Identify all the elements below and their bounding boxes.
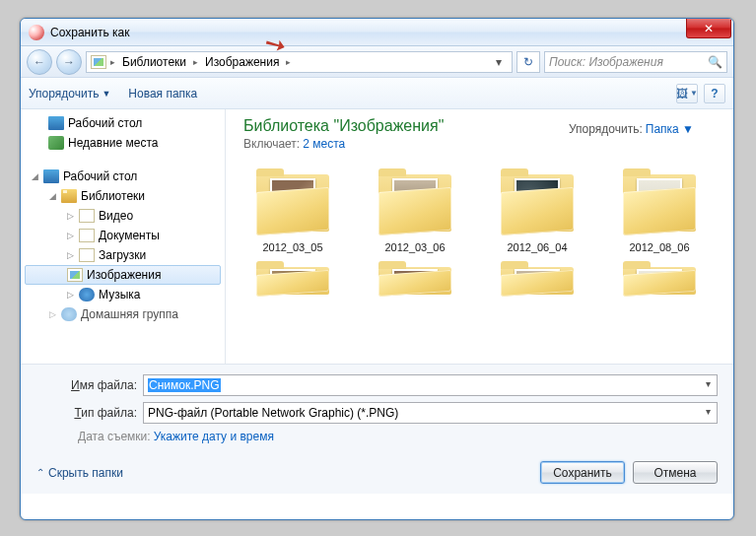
search-placeholder: Поиск: Изображения bbox=[549, 55, 663, 69]
arrange-dropdown[interactable]: Папка ▼ bbox=[646, 122, 694, 136]
date-taken-link[interactable]: Укажите дату и время bbox=[154, 430, 274, 443]
save-button[interactable]: Сохранить bbox=[540, 461, 625, 484]
folder-item[interactable]: 2012_06_04 bbox=[488, 168, 586, 253]
sidebar-item-video[interactable]: ▷Видео bbox=[21, 206, 225, 226]
chevron-up-icon: ⌃ bbox=[36, 467, 44, 478]
view-icon: 🖼 bbox=[676, 87, 688, 100]
title-bar[interactable]: Сохранить как ✕ bbox=[21, 19, 733, 46]
breadcrumb-segment[interactable]: Изображения bbox=[202, 55, 282, 69]
dialog-footer: ⌃ Скрыть папки Сохранить Отмена bbox=[21, 451, 733, 494]
toolbar: Упорядочить ▼ Новая папка 🖼▼ ? bbox=[21, 78, 733, 109]
folder-item[interactable] bbox=[610, 261, 709, 304]
collapse-icon[interactable]: ◢ bbox=[48, 191, 57, 201]
address-bar[interactable]: ▸ Библиотеки ▸ Изображения ▸ ▾ bbox=[86, 51, 513, 73]
sidebar: Рабочий стол Недавние места ◢Рабочий сто… bbox=[21, 109, 226, 364]
back-button[interactable]: ← bbox=[27, 49, 52, 75]
folder-item[interactable] bbox=[366, 261, 464, 304]
desktop-icon bbox=[48, 116, 64, 130]
expand-icon[interactable]: ▷ bbox=[48, 309, 57, 319]
sidebar-item-documents[interactable]: ▷Документы bbox=[21, 226, 225, 245]
location-icon bbox=[91, 55, 106, 69]
refresh-button[interactable]: ↻ bbox=[516, 51, 540, 73]
folder-content[interactable]: Библиотека "Изображения" Включает: 2 мес… bbox=[226, 109, 733, 364]
save-as-dialog: Сохранить как ✕ ← → ▸ Библиотеки ▸ Изобр… bbox=[20, 18, 734, 520]
filename-label: Имя файла: bbox=[36, 378, 143, 392]
recent-icon bbox=[48, 136, 64, 150]
new-folder-button[interactable]: Новая папка bbox=[128, 87, 197, 100]
close-icon: ✕ bbox=[704, 22, 714, 35]
chevron-down-icon: ▼ bbox=[102, 89, 110, 99]
hide-folders-toggle[interactable]: ⌃ Скрыть папки bbox=[36, 466, 123, 480]
desktop-icon bbox=[43, 169, 59, 183]
folder-item[interactable] bbox=[488, 261, 586, 304]
help-icon: ? bbox=[711, 87, 718, 100]
nav-bar: ← → ▸ Библиотеки ▸ Изображения ▸ ▾ ↻ Пои… bbox=[21, 46, 733, 78]
back-icon: ← bbox=[34, 55, 45, 69]
sidebar-item-desktop-root[interactable]: ◢Рабочий стол bbox=[21, 167, 225, 186]
music-icon bbox=[79, 288, 95, 302]
sidebar-item-pictures[interactable]: Изображения bbox=[25, 265, 221, 285]
video-icon bbox=[79, 209, 95, 223]
filetype-label: Тип файла: bbox=[36, 406, 143, 420]
library-subtitle: Включает: 2 места bbox=[243, 137, 716, 151]
library-icon bbox=[61, 189, 77, 203]
sidebar-item-recent[interactable]: Недавние места bbox=[21, 133, 225, 153]
search-input[interactable]: Поиск: Изображения 🔍 bbox=[544, 51, 727, 73]
sidebar-item-music[interactable]: ▷Музыка bbox=[21, 285, 225, 304]
metadata-line: Дата съемки: Укажите дату и время bbox=[78, 430, 718, 443]
organize-menu[interactable]: Упорядочить ▼ bbox=[29, 87, 110, 100]
folder-item[interactable]: 2012_08_06 bbox=[610, 168, 709, 253]
view-mode-button[interactable]: 🖼▼ bbox=[676, 84, 698, 103]
pictures-icon bbox=[67, 268, 83, 282]
forward-icon: → bbox=[63, 55, 75, 69]
chevron-right-icon: ▸ bbox=[108, 57, 117, 67]
search-icon: 🔍 bbox=[708, 55, 722, 69]
chevron-right-icon[interactable]: ▸ bbox=[284, 57, 293, 67]
download-icon bbox=[79, 248, 95, 262]
sidebar-item-desktop[interactable]: Рабочий стол bbox=[21, 113, 225, 133]
arrange-by: Упорядочить: Папка ▼ bbox=[569, 122, 694, 136]
includes-link[interactable]: 2 места bbox=[303, 137, 345, 151]
sidebar-item-libraries[interactable]: ◢Библиотеки bbox=[21, 186, 225, 206]
filetype-select[interactable]: PNG-файл (Portable Network Graphic) (*.P… bbox=[143, 402, 718, 424]
chevron-right-icon[interactable]: ▸ bbox=[191, 57, 200, 67]
address-dropdown[interactable]: ▾ bbox=[490, 55, 508, 69]
expand-icon[interactable]: ▷ bbox=[66, 250, 75, 260]
homegroup-icon bbox=[61, 307, 77, 321]
app-icon bbox=[29, 25, 44, 40]
refresh-icon: ↻ bbox=[523, 55, 533, 69]
window-title: Сохранить как bbox=[50, 26, 129, 39]
breadcrumb-segment[interactable]: Библиотеки bbox=[119, 55, 189, 69]
sidebar-item-homegroup[interactable]: ▷Домашняя группа bbox=[21, 304, 225, 324]
document-icon bbox=[79, 229, 95, 242]
folder-item[interactable]: 2012_03_05 bbox=[243, 168, 342, 253]
forward-button[interactable]: → bbox=[56, 49, 82, 75]
folder-item[interactable]: 2012_03_06 bbox=[366, 168, 464, 253]
filename-input[interactable]: Снимок.PNG bbox=[143, 374, 718, 396]
cancel-button[interactable]: Отмена bbox=[633, 461, 718, 484]
help-button[interactable]: ? bbox=[704, 84, 725, 103]
file-fields: Имя файла: Снимок.PNG Тип файла: PNG-фай… bbox=[21, 364, 733, 451]
folder-item[interactable] bbox=[243, 261, 342, 304]
sidebar-item-downloads[interactable]: ▷Загрузки bbox=[21, 245, 225, 265]
expand-icon[interactable]: ▷ bbox=[66, 290, 75, 300]
expand-icon[interactable]: ▷ bbox=[66, 231, 75, 240]
close-button[interactable]: ✕ bbox=[686, 19, 731, 38]
expand-icon[interactable]: ▷ bbox=[66, 211, 75, 221]
collapse-icon[interactable]: ◢ bbox=[31, 171, 39, 181]
